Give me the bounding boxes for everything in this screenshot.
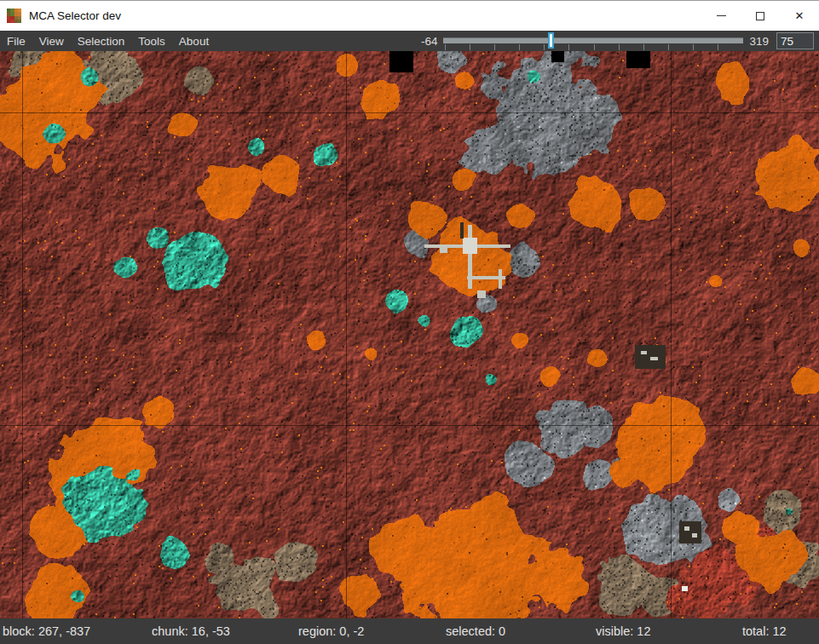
status-block: block: 267, -837 (3, 618, 90, 644)
height-input[interactable] (776, 32, 814, 49)
maximize-button[interactable] (741, 1, 780, 31)
menu-item-file[interactable]: File (0, 31, 32, 51)
height-slider[interactable] (443, 31, 743, 51)
status-chunk: chunk: 16, -53 (152, 618, 230, 644)
menu-item-selection[interactable]: Selection (71, 31, 132, 51)
status-visible: visible: 12 (596, 618, 650, 644)
height-slider-thumb[interactable] (548, 32, 554, 49)
map-canvas[interactable] (0, 51, 819, 618)
close-icon: ✕ (795, 9, 805, 22)
mca-selector-window: { "window": { "title": "MCA Selector dev… (0, 0, 819, 644)
status-region: region: 0, -2 (298, 618, 364, 644)
menu-item-about[interactable]: About (172, 31, 216, 51)
menu-item-tools[interactable]: Tools (131, 31, 172, 51)
app-icon (7, 9, 21, 23)
minimize-button[interactable] (701, 1, 741, 31)
close-button[interactable]: ✕ (780, 1, 819, 31)
height-slider-max-label: 319 (743, 35, 775, 48)
window-title: MCA Selector dev (29, 9, 121, 22)
window-controls: ✕ (701, 1, 819, 31)
height-slider-ticks (445, 44, 742, 50)
status-total: total: 12 (742, 618, 787, 644)
status-bar: block: 267, -837chunk: 16, -53region: 0,… (0, 618, 819, 644)
minimize-icon (717, 15, 726, 16)
height-slider-min-label: -64 (415, 35, 444, 48)
status-selected: selected: 0 (446, 618, 505, 644)
title-bar: MCA Selector dev ✕ (0, 0, 819, 31)
menu-item-view[interactable]: View (32, 31, 71, 51)
map-viewport (0, 51, 819, 618)
menu-bar: FileViewSelectionToolsAbout -64 319 (0, 31, 819, 51)
height-slider-track[interactable] (443, 37, 743, 43)
maximize-icon (756, 12, 764, 20)
